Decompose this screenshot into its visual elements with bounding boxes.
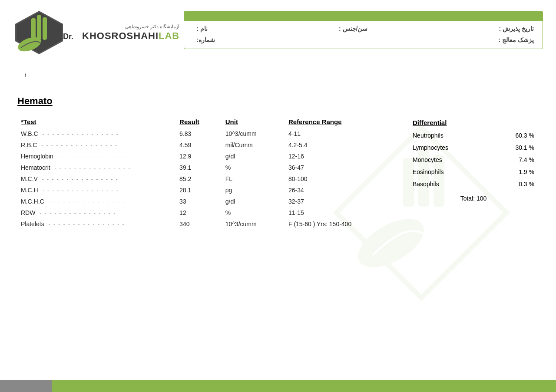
reference-cell: 26-34	[285, 184, 400, 196]
result-cell: 4.59	[176, 139, 222, 151]
reference-cell: F (15-60 ) Yrs: 150-400	[285, 218, 400, 230]
result-cell: 6.83	[176, 128, 222, 139]
date-field: تاریخ پذیرش :	[496, 25, 534, 32]
doctor-field: پزشک معالج :	[495, 36, 534, 43]
unit-cell: g/dl	[222, 196, 285, 207]
reference-cell: 32-37	[285, 196, 400, 207]
reference-cell: 4-11	[285, 128, 400, 139]
footer-bar	[0, 380, 556, 392]
table-row: Platelets - - - - - - - - - - - - - - - …	[17, 218, 400, 230]
test-name: R.B.C	[21, 142, 37, 148]
result-cell: 12	[176, 207, 222, 218]
diff-total: Total: 100	[409, 191, 538, 204]
diff-total-row: Total: 100	[409, 191, 538, 204]
table-row: M.C.H - - - - - - - - - - - - - - - - 28…	[17, 184, 400, 196]
lab-table: *Test Result Unit Reference Range W.B.C …	[17, 115, 400, 230]
logo-arabic: آزمایشگاه دکتر خسروشاهی	[63, 24, 179, 30]
gender-label: سن/جنس :	[339, 25, 367, 32]
col-result: Result	[176, 115, 222, 128]
diff-value: 30.1 %	[491, 142, 538, 153]
diff-name: Neutrophils	[409, 130, 490, 141]
test-name: M.C.V	[21, 175, 38, 182]
diff-name: Lymphocytes	[409, 142, 490, 153]
test-name-cell: Hemoglobin - - - - - - - - - - - - - - -…	[17, 151, 176, 162]
result-cell: 340	[176, 218, 222, 230]
test-name-cell: W.B.C - - - - - - - - - - - - - - - -	[17, 128, 176, 139]
diff-row: Monocytes 7.4 %	[409, 154, 538, 165]
table-row: M.C.H.C - - - - - - - - - - - - - - - - …	[17, 196, 400, 207]
footer-gray	[0, 380, 52, 392]
dashed-separator: - - - - - - - - - - - - - - - -	[49, 199, 125, 205]
reference-cell: 80-100	[285, 173, 400, 184]
logo-text: آزمایشگاه دکتر خسروشاهی Dr. KHOSROSHAHIL…	[63, 24, 179, 42]
table-row: W.B.C - - - - - - - - - - - - - - - - 6.…	[17, 128, 400, 139]
col-reference: Reference Range	[285, 115, 400, 128]
test-name-cell: M.C.H.C - - - - - - - - - - - - - - - -	[17, 196, 176, 207]
diff-value: 1.9 %	[491, 166, 538, 178]
unit-cell: pg	[222, 184, 285, 196]
test-name-cell: Platelets - - - - - - - - - - - - - - - …	[17, 218, 176, 230]
unit-cell: FL	[222, 173, 285, 184]
svg-point-12	[43, 36, 47, 40]
dashed-separator: - - - - - - - - - - - - - - - -	[43, 131, 119, 137]
logo-icon	[13, 9, 65, 56]
test-name-cell: R.B.C - - - - - - - - - - - - - - - -	[17, 139, 176, 151]
logo-name: KHOSROSHAHILAB	[82, 30, 179, 42]
table-row: M.C.V - - - - - - - - - - - - - - - - 85…	[17, 173, 400, 184]
diff-value: 60.3 %	[491, 130, 538, 141]
result-cell: 85.2	[176, 173, 222, 184]
svg-rect-9	[43, 17, 47, 38]
section-title: Hemato	[17, 96, 539, 107]
logo-area: آزمایشگاه دکتر خسروشاهی Dr. KHOSROSHAHIL…	[13, 9, 179, 56]
diff-name: Eosinophils	[409, 166, 490, 178]
test-name: W.B.C	[21, 130, 38, 137]
number-label: شماره:	[196, 36, 215, 43]
lab-table-container: *Test Result Unit Reference Range W.B.C …	[17, 115, 400, 230]
date-label: تاریخ پذیرش :	[499, 25, 534, 32]
test-name-cell: RDW - - - - - - - - - - - - - - - -	[17, 207, 176, 218]
logo-container: آزمایشگاه دکتر خسروشاهی Dr. KHOSROSHAHIL…	[13, 9, 179, 56]
diff-name: Basophils	[409, 178, 490, 190]
patient-info-box: تاریخ پذیرش : سن/جنس : نام : پزشک معالج …	[184, 11, 543, 49]
unit-cell: 10^3/cumm	[222, 128, 285, 139]
dashed-separator: - - - - - - - - - - - - - - - -	[42, 176, 119, 182]
dashed-separator: - - - - - - - - - - - - - - - -	[49, 221, 125, 227]
col-unit: Unit	[222, 115, 285, 128]
footer-green	[52, 380, 556, 392]
results-area: *Test Result Unit Reference Range W.B.C …	[17, 115, 539, 230]
table-row: RDW - - - - - - - - - - - - - - - - 12 %…	[17, 207, 400, 218]
gender-field: سن/جنس :	[335, 25, 367, 32]
test-name: Hemoglobin	[21, 153, 53, 160]
diff-row: Lymphocytes 30.1 %	[409, 142, 538, 153]
dashed-separator: - - - - - - - - - - - - - - - -	[55, 165, 131, 171]
differential-table: Differential Neutrophils 60.3 % Lymphocy…	[408, 115, 539, 205]
diff-name: Monocytes	[409, 154, 490, 165]
patient-info-row-2: پزشک معالج : شماره:	[193, 36, 534, 43]
test-name-cell: M.C.V - - - - - - - - - - - - - - - -	[17, 173, 176, 184]
dashed-separator: - - - - - - - - - - - - - - - -	[43, 188, 119, 194]
unit-cell: %	[222, 207, 285, 218]
col-test: *Test	[17, 115, 176, 128]
test-name-cell: M.C.H - - - - - - - - - - - - - - - -	[17, 184, 176, 196]
name-field: نام :	[193, 25, 208, 32]
table-row: Hematocrit - - - - - - - - - - - - - - -…	[17, 162, 400, 173]
test-name: M.C.H.C	[21, 198, 44, 205]
test-name: Platelets	[21, 221, 44, 227]
differential-container: Differential Neutrophils 60.3 % Lymphocy…	[400, 115, 539, 230]
result-cell: 33	[176, 196, 222, 207]
unit-cell: g/dl	[222, 151, 285, 162]
diff-value: 7.4 %	[491, 154, 538, 165]
table-row: Hemoglobin - - - - - - - - - - - - - - -…	[17, 151, 400, 162]
reference-cell: 4.2-5.4	[285, 139, 400, 151]
test-name: RDW	[21, 209, 35, 216]
number-field: شماره:	[193, 36, 215, 43]
unit-cell: 10^3/cumm	[222, 218, 285, 230]
result-cell: 39.1	[176, 162, 222, 173]
svg-rect-7	[31, 18, 36, 38]
unit-cell: mil/Cumm	[222, 139, 285, 151]
result-cell: 12.9	[176, 151, 222, 162]
table-row: R.B.C - - - - - - - - - - - - - - - - 4.…	[17, 139, 400, 151]
test-name-cell: Hematocrit - - - - - - - - - - - - - - -…	[17, 162, 176, 173]
patient-info-row-1: تاریخ پذیرش : سن/جنس : نام :	[193, 25, 534, 32]
name-label: نام :	[196, 25, 208, 32]
